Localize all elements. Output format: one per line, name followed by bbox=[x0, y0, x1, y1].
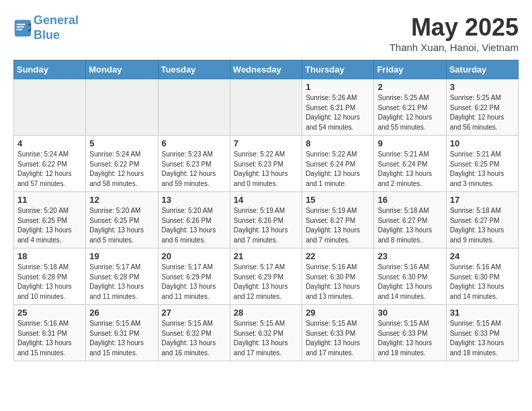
header-day-thursday: Thursday bbox=[302, 60, 374, 79]
calendar-cell: 28Sunrise: 5:15 AM Sunset: 6:32 PM Dayli… bbox=[230, 305, 302, 361]
header-day-monday: Monday bbox=[86, 60, 158, 79]
day-number: 16 bbox=[378, 195, 442, 205]
day-info: Sunrise: 5:15 AM Sunset: 6:33 PM Dayligh… bbox=[306, 319, 370, 358]
day-number: 29 bbox=[306, 308, 370, 318]
calendar-cell: 6Sunrise: 5:23 AM Sunset: 6:23 PM Daylig… bbox=[158, 136, 230, 192]
calendar-week-2: 4Sunrise: 5:24 AM Sunset: 6:22 PM Daylig… bbox=[14, 136, 519, 192]
calendar-cell: 8Sunrise: 5:22 AM Sunset: 6:24 PM Daylig… bbox=[302, 136, 374, 192]
calendar-cell: 7Sunrise: 5:22 AM Sunset: 6:23 PM Daylig… bbox=[230, 136, 302, 192]
day-info: Sunrise: 5:18 AM Sunset: 6:27 PM Dayligh… bbox=[450, 206, 515, 245]
day-info: Sunrise: 5:16 AM Sunset: 6:30 PM Dayligh… bbox=[378, 263, 442, 302]
day-number: 21 bbox=[234, 251, 298, 261]
calendar-cell: 25Sunrise: 5:16 AM Sunset: 6:31 PM Dayli… bbox=[14, 305, 86, 361]
day-info: Sunrise: 5:19 AM Sunset: 6:27 PM Dayligh… bbox=[306, 206, 370, 245]
day-info: Sunrise: 5:23 AM Sunset: 6:23 PM Dayligh… bbox=[162, 150, 226, 189]
calendar-cell: 20Sunrise: 5:17 AM Sunset: 6:29 PM Dayli… bbox=[158, 248, 230, 305]
day-number: 5 bbox=[89, 138, 154, 148]
logo-text: General Blue bbox=[34, 13, 79, 42]
day-number: 15 bbox=[306, 195, 370, 205]
day-number: 30 bbox=[378, 308, 442, 318]
logo: General Blue bbox=[13, 13, 79, 42]
calendar-cell bbox=[14, 79, 86, 136]
day-info: Sunrise: 5:19 AM Sunset: 6:26 PM Dayligh… bbox=[234, 206, 298, 245]
month-title: May 2025 bbox=[390, 13, 519, 42]
day-number: 18 bbox=[17, 251, 82, 261]
calendar-cell: 17Sunrise: 5:18 AM Sunset: 6:27 PM Dayli… bbox=[446, 192, 518, 248]
logo-blue: Blue bbox=[34, 28, 60, 42]
calendar-cell: 1Sunrise: 5:26 AM Sunset: 6:21 PM Daylig… bbox=[302, 79, 374, 136]
calendar-week-1: 1Sunrise: 5:26 AM Sunset: 6:21 PM Daylig… bbox=[14, 79, 519, 136]
calendar-week-3: 11Sunrise: 5:20 AM Sunset: 6:25 PM Dayli… bbox=[14, 192, 519, 248]
day-number: 22 bbox=[306, 251, 370, 261]
calendar-cell: 15Sunrise: 5:19 AM Sunset: 6:27 PM Dayli… bbox=[302, 192, 374, 248]
calendar-week-4: 18Sunrise: 5:18 AM Sunset: 6:28 PM Dayli… bbox=[14, 248, 519, 305]
calendar-cell: 19Sunrise: 5:17 AM Sunset: 6:28 PM Dayli… bbox=[86, 248, 158, 305]
calendar-body: 1Sunrise: 5:26 AM Sunset: 6:21 PM Daylig… bbox=[14, 79, 519, 361]
calendar-cell: 24Sunrise: 5:16 AM Sunset: 6:30 PM Dayli… bbox=[446, 248, 518, 305]
calendar-cell: 26Sunrise: 5:15 AM Sunset: 6:31 PM Dayli… bbox=[86, 305, 158, 361]
header-day-saturday: Saturday bbox=[446, 60, 518, 79]
day-info: Sunrise: 5:15 AM Sunset: 6:31 PM Dayligh… bbox=[89, 319, 154, 358]
day-info: Sunrise: 5:17 AM Sunset: 6:28 PM Dayligh… bbox=[89, 263, 154, 302]
day-number: 23 bbox=[378, 251, 442, 261]
svg-rect-2 bbox=[15, 19, 28, 36]
calendar-table: SundayMondayTuesdayWednesdayThursdayFrid… bbox=[13, 60, 519, 361]
day-number: 13 bbox=[162, 195, 226, 205]
title-block: May 2025 Thanh Xuan, Hanoi, Vietnam bbox=[390, 13, 519, 53]
calendar-cell: 29Sunrise: 5:15 AM Sunset: 6:33 PM Dayli… bbox=[302, 305, 374, 361]
header-row: SundayMondayTuesdayWednesdayThursdayFrid… bbox=[14, 60, 519, 79]
day-info: Sunrise: 5:21 AM Sunset: 6:25 PM Dayligh… bbox=[450, 150, 515, 189]
day-info: Sunrise: 5:15 AM Sunset: 6:33 PM Dayligh… bbox=[450, 319, 515, 358]
day-number: 14 bbox=[234, 195, 298, 205]
day-info: Sunrise: 5:16 AM Sunset: 6:30 PM Dayligh… bbox=[450, 263, 515, 302]
day-number: 9 bbox=[378, 138, 442, 148]
svg-rect-3 bbox=[17, 26, 24, 28]
day-number: 20 bbox=[162, 251, 226, 261]
day-number: 8 bbox=[306, 138, 370, 148]
calendar-cell: 10Sunrise: 5:21 AM Sunset: 6:25 PM Dayli… bbox=[446, 136, 518, 192]
calendar-cell bbox=[230, 79, 302, 136]
day-number: 1 bbox=[306, 82, 370, 92]
day-info: Sunrise: 5:22 AM Sunset: 6:24 PM Dayligh… bbox=[306, 150, 370, 189]
logo-icon bbox=[13, 19, 32, 38]
location: Thanh Xuan, Hanoi, Vietnam bbox=[390, 42, 519, 53]
day-number: 27 bbox=[162, 308, 226, 318]
day-info: Sunrise: 5:17 AM Sunset: 6:29 PM Dayligh… bbox=[162, 263, 226, 302]
calendar-cell: 9Sunrise: 5:21 AM Sunset: 6:24 PM Daylig… bbox=[374, 136, 446, 192]
header-day-tuesday: Tuesday bbox=[158, 60, 230, 79]
day-info: Sunrise: 5:18 AM Sunset: 6:28 PM Dayligh… bbox=[17, 263, 82, 302]
day-info: Sunrise: 5:15 AM Sunset: 6:32 PM Dayligh… bbox=[162, 319, 226, 358]
calendar-cell: 12Sunrise: 5:20 AM Sunset: 6:25 PM Dayli… bbox=[86, 192, 158, 248]
day-number: 10 bbox=[450, 138, 515, 148]
day-info: Sunrise: 5:16 AM Sunset: 6:30 PM Dayligh… bbox=[306, 263, 370, 302]
day-info: Sunrise: 5:20 AM Sunset: 6:25 PM Dayligh… bbox=[89, 206, 154, 245]
day-number: 4 bbox=[17, 138, 82, 148]
svg-rect-5 bbox=[17, 24, 26, 25]
calendar-cell: 4Sunrise: 5:24 AM Sunset: 6:22 PM Daylig… bbox=[14, 136, 86, 192]
calendar-cell: 31Sunrise: 5:15 AM Sunset: 6:33 PM Dayli… bbox=[446, 305, 518, 361]
day-info: Sunrise: 5:25 AM Sunset: 6:21 PM Dayligh… bbox=[378, 93, 442, 132]
calendar-week-5: 25Sunrise: 5:16 AM Sunset: 6:31 PM Dayli… bbox=[14, 305, 519, 361]
day-number: 26 bbox=[89, 308, 154, 318]
day-info: Sunrise: 5:25 AM Sunset: 6:22 PM Dayligh… bbox=[450, 93, 515, 132]
calendar-header: SundayMondayTuesdayWednesdayThursdayFrid… bbox=[14, 60, 519, 79]
calendar-cell: 23Sunrise: 5:16 AM Sunset: 6:30 PM Dayli… bbox=[374, 248, 446, 305]
day-info: Sunrise: 5:24 AM Sunset: 6:22 PM Dayligh… bbox=[17, 150, 82, 189]
calendar-cell: 5Sunrise: 5:24 AM Sunset: 6:22 PM Daylig… bbox=[86, 136, 158, 192]
day-number: 2 bbox=[378, 82, 442, 92]
calendar-cell: 21Sunrise: 5:17 AM Sunset: 6:29 PM Dayli… bbox=[230, 248, 302, 305]
day-number: 24 bbox=[450, 251, 515, 261]
calendar-cell: 18Sunrise: 5:18 AM Sunset: 6:28 PM Dayli… bbox=[14, 248, 86, 305]
day-number: 19 bbox=[89, 251, 154, 261]
page-header: General Blue May 2025 Thanh Xuan, Hanoi,… bbox=[13, 13, 519, 53]
logo-general: General bbox=[34, 13, 79, 27]
day-info: Sunrise: 5:21 AM Sunset: 6:24 PM Dayligh… bbox=[378, 150, 442, 189]
calendar-cell: 22Sunrise: 5:16 AM Sunset: 6:30 PM Dayli… bbox=[302, 248, 374, 305]
day-number: 31 bbox=[450, 308, 515, 318]
day-info: Sunrise: 5:20 AM Sunset: 6:26 PM Dayligh… bbox=[162, 206, 226, 245]
day-number: 17 bbox=[450, 195, 515, 205]
day-number: 6 bbox=[162, 138, 226, 148]
day-info: Sunrise: 5:20 AM Sunset: 6:25 PM Dayligh… bbox=[17, 206, 82, 245]
day-info: Sunrise: 5:22 AM Sunset: 6:23 PM Dayligh… bbox=[234, 150, 298, 189]
day-number: 25 bbox=[17, 308, 82, 318]
